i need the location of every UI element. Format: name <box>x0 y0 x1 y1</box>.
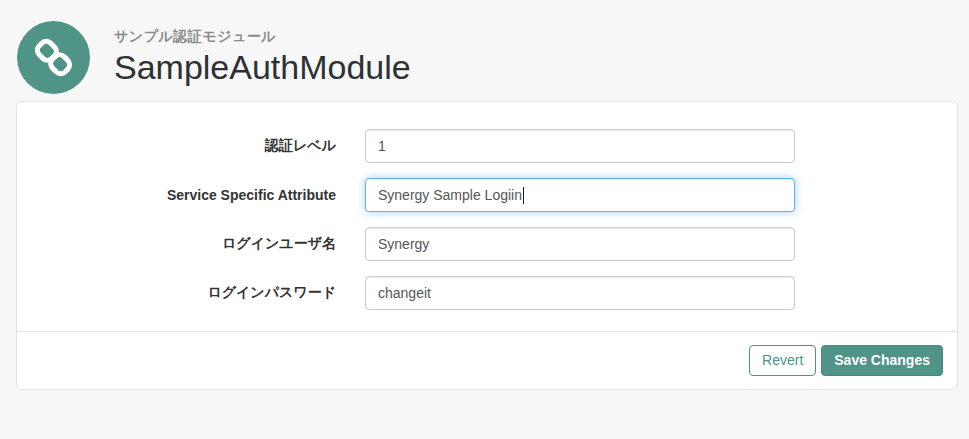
revert-button[interactable]: Revert <box>749 345 816 376</box>
module-config-form: 認証レベル Service Specific Attribute Synergy… <box>17 102 957 331</box>
module-header: サンプル認証モジュール SampleAuthModule <box>0 0 969 101</box>
login-password-input[interactable] <box>365 276 795 310</box>
login-username-input[interactable] <box>365 227 795 261</box>
module-subtitle: サンプル認証モジュール <box>114 29 411 44</box>
form-row-login-password: ログインパスワード <box>32 276 942 310</box>
form-actions-footer: Revert Save Changes <box>17 331 957 389</box>
save-changes-button[interactable]: Save Changes <box>821 345 943 376</box>
module-config-panel: 認証レベル Service Specific Attribute Synergy… <box>16 101 958 390</box>
input-text: Synergy Sample Logiin <box>378 187 522 203</box>
module-avatar <box>17 21 90 94</box>
form-row-auth-level: 認証レベル <box>32 129 942 163</box>
auth-level-label: 認証レベル <box>32 137 336 155</box>
service-specific-attribute-input[interactable]: Synergy Sample Logiin <box>365 178 795 212</box>
service-specific-attribute-label: Service Specific Attribute <box>32 187 336 203</box>
form-row-service-specific-attribute: Service Specific Attribute Synergy Sampl… <box>32 178 942 212</box>
text-cursor <box>523 187 524 204</box>
login-username-label: ログインユーザ名 <box>32 235 336 253</box>
header-text: サンプル認証モジュール SampleAuthModule <box>114 21 411 87</box>
form-row-login-username: ログインユーザ名 <box>32 227 942 261</box>
login-password-label: ログインパスワード <box>32 284 336 302</box>
link-icon <box>33 37 74 78</box>
auth-level-input[interactable] <box>365 129 795 163</box>
page-title: SampleAuthModule <box>114 49 411 86</box>
